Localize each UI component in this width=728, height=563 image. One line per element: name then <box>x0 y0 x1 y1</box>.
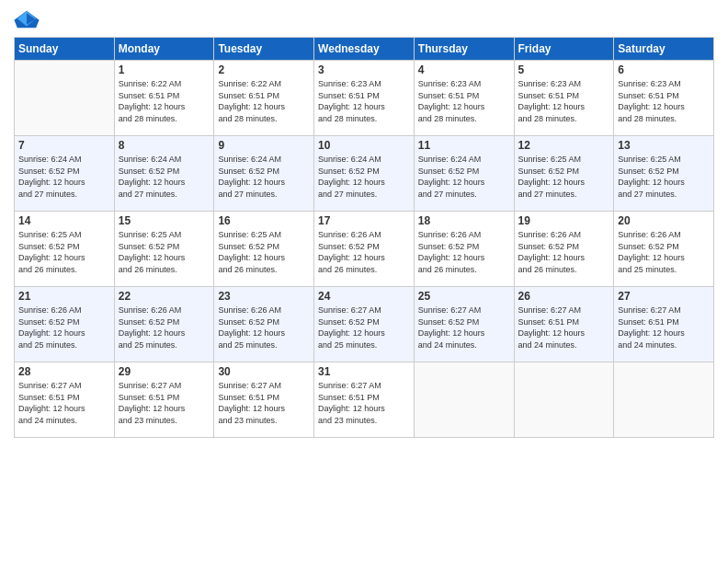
calendar-cell: 8Sunrise: 6:24 AMSunset: 6:52 PMDaylight… <box>114 136 214 212</box>
day-info: Sunrise: 6:23 AMSunset: 6:51 PMDaylight:… <box>518 78 610 124</box>
day-info: Sunrise: 6:26 AMSunset: 6:52 PMDaylight:… <box>119 304 210 350</box>
daylight-text-2: and 28 minutes. <box>518 113 610 125</box>
sunrise-text: Sunrise: 6:26 AM <box>218 304 310 316</box>
daylight-text-2: and 26 minutes. <box>318 264 410 276</box>
sunset-text: Sunset: 6:52 PM <box>18 166 110 178</box>
day-info: Sunrise: 6:25 AMSunset: 6:52 PMDaylight:… <box>18 229 110 275</box>
calendar-table: SundayMondayTuesdayWednesdayThursdayFrid… <box>14 37 714 438</box>
sunset-text: Sunset: 6:51 PM <box>518 90 610 102</box>
daylight-text-1: Daylight: 12 hours <box>18 177 110 189</box>
sunrise-text: Sunrise: 6:24 AM <box>119 154 210 166</box>
day-number: 21 <box>18 290 110 303</box>
day-number: 31 <box>318 365 410 378</box>
sunrise-text: Sunrise: 6:27 AM <box>119 380 210 392</box>
day-number: 5 <box>518 63 610 76</box>
day-info: Sunrise: 6:26 AMSunset: 6:52 PMDaylight:… <box>618 229 710 275</box>
day-info: Sunrise: 6:25 AMSunset: 6:52 PMDaylight:… <box>119 229 210 275</box>
day-number: 19 <box>518 214 610 227</box>
day-info: Sunrise: 6:25 AMSunset: 6:52 PMDaylight:… <box>618 154 710 200</box>
daylight-text-2: and 27 minutes. <box>18 189 110 201</box>
calendar-cell: 25Sunrise: 6:27 AMSunset: 6:52 PMDayligh… <box>414 287 514 362</box>
daylight-text-1: Daylight: 12 hours <box>618 252 710 264</box>
sunrise-text: Sunrise: 6:27 AM <box>318 380 410 392</box>
day-info: Sunrise: 6:23 AMSunset: 6:51 PMDaylight:… <box>418 78 510 124</box>
daylight-text-2: and 27 minutes. <box>618 189 710 201</box>
day-info: Sunrise: 6:26 AMSunset: 6:52 PMDaylight:… <box>218 304 310 350</box>
sunset-text: Sunset: 6:51 PM <box>18 392 110 404</box>
sunrise-text: Sunrise: 6:24 AM <box>18 154 110 166</box>
sunrise-text: Sunrise: 6:25 AM <box>18 229 110 241</box>
daylight-text-1: Daylight: 12 hours <box>119 252 210 264</box>
calendar-week-row: 28Sunrise: 6:27 AMSunset: 6:51 PMDayligh… <box>15 362 714 438</box>
day-info: Sunrise: 6:27 AMSunset: 6:51 PMDaylight:… <box>119 380 210 426</box>
calendar-cell: 21Sunrise: 6:26 AMSunset: 6:52 PMDayligh… <box>15 287 115 362</box>
calendar-cell: 17Sunrise: 6:26 AMSunset: 6:52 PMDayligh… <box>314 212 415 287</box>
sunset-text: Sunset: 6:52 PM <box>318 241 410 253</box>
day-info: Sunrise: 6:24 AMSunset: 6:52 PMDaylight:… <box>18 154 110 200</box>
sunrise-text: Sunrise: 6:25 AM <box>618 154 710 166</box>
day-number: 14 <box>18 214 110 227</box>
daylight-text-2: and 25 minutes. <box>119 339 210 351</box>
calendar-cell: 24Sunrise: 6:27 AMSunset: 6:52 PMDayligh… <box>314 287 415 362</box>
sunset-text: Sunset: 6:52 PM <box>618 166 710 178</box>
weekday-header: Sunday <box>15 38 115 61</box>
daylight-text-2: and 23 minutes. <box>318 415 410 427</box>
weekday-header: Thursday <box>414 38 514 61</box>
calendar-cell: 23Sunrise: 6:26 AMSunset: 6:52 PMDayligh… <box>214 287 314 362</box>
daylight-text-2: and 24 minutes. <box>418 339 510 351</box>
daylight-text-1: Daylight: 12 hours <box>119 177 210 189</box>
day-info: Sunrise: 6:25 AMSunset: 6:52 PMDaylight:… <box>218 229 310 275</box>
sunrise-text: Sunrise: 6:26 AM <box>618 229 710 241</box>
day-info: Sunrise: 6:26 AMSunset: 6:52 PMDaylight:… <box>18 304 110 350</box>
daylight-text-2: and 25 minutes. <box>218 339 310 351</box>
sunrise-text: Sunrise: 6:27 AM <box>318 304 410 316</box>
weekday-header: Saturday <box>614 38 714 61</box>
day-number: 30 <box>218 365 310 378</box>
daylight-text-1: Daylight: 12 hours <box>618 327 710 339</box>
day-number: 22 <box>119 290 210 303</box>
logo <box>14 9 43 29</box>
day-number: 26 <box>518 290 610 303</box>
day-info: Sunrise: 6:22 AMSunset: 6:51 PMDaylight:… <box>119 78 210 124</box>
daylight-text-1: Daylight: 12 hours <box>518 101 610 113</box>
day-number: 16 <box>218 214 310 227</box>
calendar-cell: 22Sunrise: 6:26 AMSunset: 6:52 PMDayligh… <box>114 287 214 362</box>
day-info: Sunrise: 6:27 AMSunset: 6:51 PMDaylight:… <box>318 380 410 426</box>
day-number: 2 <box>218 63 310 76</box>
calendar-cell: 12Sunrise: 6:25 AMSunset: 6:52 PMDayligh… <box>514 136 614 212</box>
day-number: 28 <box>18 365 110 378</box>
calendar-cell: 27Sunrise: 6:27 AMSunset: 6:51 PMDayligh… <box>614 287 714 362</box>
calendar-cell: 5Sunrise: 6:23 AMSunset: 6:51 PMDaylight… <box>514 61 614 136</box>
sunset-text: Sunset: 6:52 PM <box>618 241 710 253</box>
daylight-text-1: Daylight: 12 hours <box>418 252 510 264</box>
sunset-text: Sunset: 6:51 PM <box>318 90 410 102</box>
daylight-text-2: and 25 minutes. <box>18 339 110 351</box>
daylight-text-1: Daylight: 12 hours <box>318 252 410 264</box>
daylight-text-1: Daylight: 12 hours <box>18 403 110 415</box>
calendar-header-row: SundayMondayTuesdayWednesdayThursdayFrid… <box>15 38 714 61</box>
sunset-text: Sunset: 6:52 PM <box>418 241 510 253</box>
day-info: Sunrise: 6:25 AMSunset: 6:52 PMDaylight:… <box>518 154 610 200</box>
daylight-text-1: Daylight: 12 hours <box>318 403 410 415</box>
calendar-cell: 11Sunrise: 6:24 AMSunset: 6:52 PMDayligh… <box>414 136 514 212</box>
day-number: 9 <box>218 139 310 152</box>
sunrise-text: Sunrise: 6:22 AM <box>218 78 310 90</box>
day-number: 29 <box>119 365 210 378</box>
sunset-text: Sunset: 6:52 PM <box>418 316 510 328</box>
sunset-text: Sunset: 6:51 PM <box>518 316 610 328</box>
day-info: Sunrise: 6:23 AMSunset: 6:51 PMDaylight:… <box>618 78 710 124</box>
day-info: Sunrise: 6:24 AMSunset: 6:52 PMDaylight:… <box>318 154 410 200</box>
calendar-cell <box>514 362 614 438</box>
sunset-text: Sunset: 6:52 PM <box>18 241 110 253</box>
day-number: 3 <box>318 63 410 76</box>
sunrise-text: Sunrise: 6:25 AM <box>518 154 610 166</box>
daylight-text-1: Daylight: 12 hours <box>518 327 610 339</box>
day-number: 25 <box>418 290 510 303</box>
daylight-text-2: and 26 minutes. <box>518 264 610 276</box>
sunrise-text: Sunrise: 6:23 AM <box>618 78 710 90</box>
weekday-header: Monday <box>114 38 214 61</box>
calendar-week-row: 7Sunrise: 6:24 AMSunset: 6:52 PMDaylight… <box>15 136 714 212</box>
header <box>14 9 714 29</box>
day-number: 7 <box>18 139 110 152</box>
daylight-text-2: and 24 minutes. <box>518 339 610 351</box>
